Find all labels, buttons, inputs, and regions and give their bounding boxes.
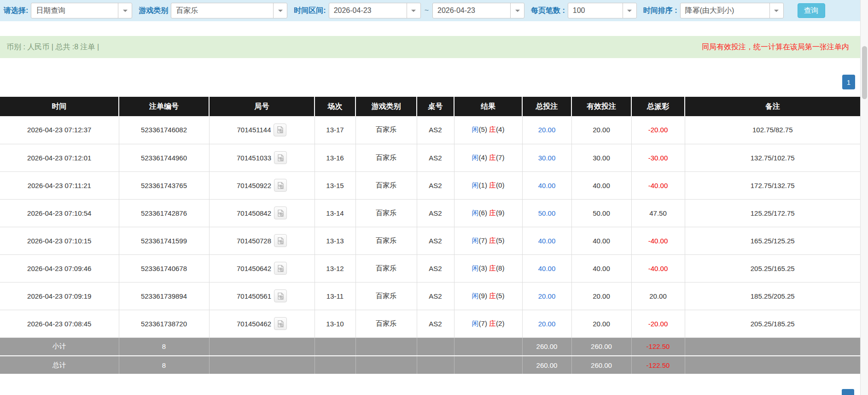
total-valid-bet: 260.00 xyxy=(571,356,631,374)
cell-time: 2026-04-23 07:09:19 xyxy=(0,282,119,310)
cell-bet-no: 523361746082 xyxy=(119,116,209,144)
total-bet-link[interactable]: 40.00 xyxy=(538,265,556,272)
cell-session: 13-10 xyxy=(315,310,355,337)
cell-result: 闲(5) 庄(4) xyxy=(454,116,522,144)
video-replay-button[interactable] xyxy=(274,317,287,330)
sort-order-label: 时间排序 : xyxy=(643,6,677,16)
range-separator: ~ xyxy=(425,6,429,15)
col-header-result: 结果 xyxy=(454,97,522,116)
result-banker: 庄 xyxy=(489,209,496,217)
cell-total-bet: 40.00 xyxy=(522,227,571,254)
result-player: 闲 xyxy=(472,236,479,244)
cell-game-type: 百家乐 xyxy=(355,227,417,254)
total-bet-link[interactable]: 50.00 xyxy=(538,209,556,217)
total-row: 总计 8 260.00 260.00 -122.50 xyxy=(0,356,860,374)
video-replay-button[interactable] xyxy=(274,179,287,192)
cell-result: 闲(7) 庄(2) xyxy=(454,310,522,337)
cell-result: 闲(6) 庄(9) xyxy=(454,199,522,227)
total-bet-link[interactable]: 40.00 xyxy=(538,237,556,245)
total-payout: -122.50 xyxy=(631,356,685,374)
round-no: 701451033 xyxy=(237,154,271,162)
total-empty xyxy=(355,356,417,374)
table-row: 2026-04-23 07:09:46523361740678701450642… xyxy=(0,254,860,282)
video-replay-button[interactable] xyxy=(274,124,286,136)
video-replay-button[interactable] xyxy=(274,262,287,275)
subtotal-payout: -122.50 xyxy=(631,337,685,356)
result-banker: 庄 xyxy=(489,319,496,327)
cell-table-no: AS2 xyxy=(417,144,454,171)
round-no: 701450642 xyxy=(237,265,271,272)
sort-order-select[interactable]: 降幂(由大到小) xyxy=(680,3,784,18)
col-header-payout: 总派彩 xyxy=(631,97,685,116)
video-replay-button[interactable] xyxy=(274,151,287,164)
cell-valid-bet: 30.00 xyxy=(571,144,631,171)
col-header-session: 场次 xyxy=(315,97,355,116)
result-banker: 庄 xyxy=(489,264,496,272)
cell-session: 13-16 xyxy=(315,144,355,171)
col-header-total-bet: 总投注 xyxy=(522,97,571,116)
pagination-page-bottom[interactable] xyxy=(842,389,854,395)
video-record-icon xyxy=(277,182,285,189)
scrollbar-thumb[interactable] xyxy=(862,46,867,99)
col-header-bet-no: 注单编号 xyxy=(119,97,209,116)
cell-game-type: 百家乐 xyxy=(355,199,417,227)
video-replay-button[interactable] xyxy=(274,206,287,219)
sort-order-value: 降幂(由大到小) xyxy=(681,6,769,16)
subtotal-total-bet: 260.00 xyxy=(522,337,571,356)
total-bet-link[interactable]: 30.00 xyxy=(538,154,556,162)
table-row: 2026-04-23 07:11:21523361743765701450922… xyxy=(0,171,860,199)
pagination-page-1[interactable]: 1 xyxy=(842,75,855,89)
cell-result: 闲(7) 庄(5) xyxy=(454,227,522,254)
cell-valid-bet: 40.00 xyxy=(571,254,631,282)
cell-session: 13-12 xyxy=(315,254,355,282)
cell-remark: 205.25/165.25 xyxy=(685,254,860,282)
total-bet-link[interactable]: 40.00 xyxy=(538,182,556,189)
cell-valid-bet: 20.00 xyxy=(571,282,631,310)
date-to-select[interactable]: 2026-04-23 xyxy=(432,3,524,18)
col-header-remark: 备注 xyxy=(685,97,860,116)
cell-round-no: 701450561 xyxy=(209,282,315,310)
col-header-round-no: 局号 xyxy=(209,97,315,116)
result-player: 闲 xyxy=(472,153,479,161)
subtotal-count: 8 xyxy=(119,337,209,356)
cell-payout: 47.50 xyxy=(631,199,685,227)
total-empty xyxy=(685,356,860,374)
round-no: 701451144 xyxy=(237,126,271,134)
cell-session: 13-13 xyxy=(315,227,355,254)
page-size-select[interactable]: 100 xyxy=(568,3,637,18)
cell-round-no: 701450842 xyxy=(209,199,315,227)
search-button[interactable]: 查询 xyxy=(798,3,825,18)
query-type-select[interactable]: 日期查询 xyxy=(31,3,132,18)
cell-round-no: 701450922 xyxy=(209,171,315,199)
date-from-select[interactable]: 2026-04-23 xyxy=(329,3,421,18)
total-total-bet: 260.00 xyxy=(522,356,571,374)
col-header-valid-bet: 有效投注 xyxy=(571,97,631,116)
cell-session: 13-14 xyxy=(315,199,355,227)
cell-payout: -30.00 xyxy=(631,144,685,171)
table-row: 2026-04-23 07:09:19523361739894701450561… xyxy=(0,282,860,310)
cell-total-bet: 20.00 xyxy=(522,282,571,310)
betting-records-page: 请选择: 日期查询 游戏类别 百家乐 时间区间: 2026-04-23 ~ 20… xyxy=(0,0,868,395)
result-player: 闲 xyxy=(472,125,479,133)
total-bet-link[interactable]: 20.00 xyxy=(538,320,556,328)
cell-remark: 205.25/185.25 xyxy=(685,310,860,337)
currency-summary-text: 币别 : 人民币 | 总共 :8 注单 | xyxy=(6,42,99,52)
video-replay-button[interactable] xyxy=(274,234,287,247)
vertical-scrollbar[interactable] xyxy=(860,0,868,395)
video-replay-button[interactable] xyxy=(274,289,287,302)
video-record-icon xyxy=(277,265,285,272)
cell-valid-bet: 20.00 xyxy=(571,116,631,144)
time-range-label: 时间区间: xyxy=(294,6,326,16)
cell-remark: 172.75/132.75 xyxy=(685,171,860,199)
game-type-select[interactable]: 百家乐 xyxy=(171,3,287,18)
page-size-value: 100 xyxy=(568,6,623,15)
cell-valid-bet: 20.00 xyxy=(571,310,631,337)
cell-remark: 102.75/82.75 xyxy=(685,116,860,144)
total-bet-link[interactable]: 20.00 xyxy=(538,292,556,300)
cell-total-bet: 40.00 xyxy=(522,171,571,199)
cell-bet-no: 523361743765 xyxy=(119,171,209,199)
total-bet-link[interactable]: 20.00 xyxy=(538,126,556,134)
result-banker: 庄 xyxy=(489,181,496,189)
result-player: 闲 xyxy=(472,264,479,272)
cell-time: 2026-04-23 07:12:37 xyxy=(0,116,119,144)
